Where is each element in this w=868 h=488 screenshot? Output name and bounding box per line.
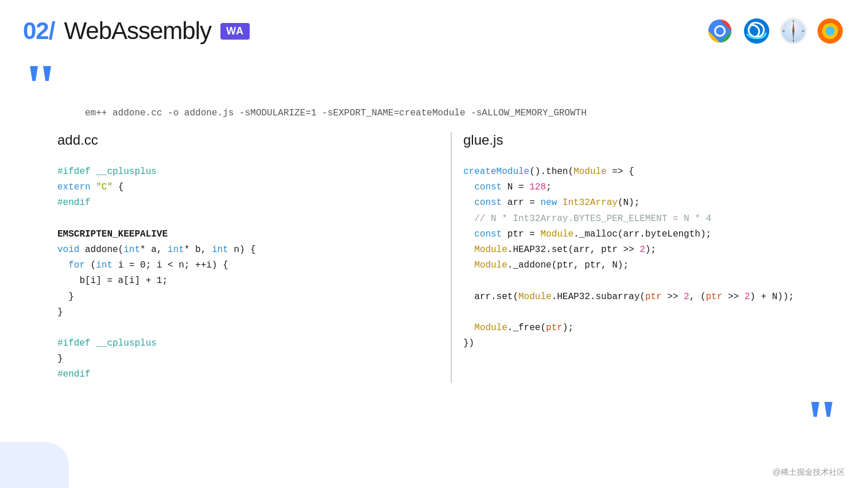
code-line: EMSCRIPTEN_KEEPALIVE [57,227,439,242]
left-code-block: #ifdef __cplusplus extern "C" { #endif E… [57,164,439,383]
code-line [57,320,439,336]
code-line: #ifdef __cplusplus [57,336,439,351]
svg-point-13 [792,30,795,32]
code-line: #endif [57,367,439,382]
code-line: } [57,289,439,305]
slide-title: WebAssembly [64,17,211,45]
command-line: em++ addone.cc -o addone.js -sMODULARIZE… [85,108,587,118]
code-line: for (int i = 0; i < n; ++i) { [57,258,439,273]
code-line: Module._free(ptr); [463,320,845,336]
header-left: 02/ WebAssembly WA [23,17,250,45]
code-line: b[i] = a[i] + 1; [57,273,439,289]
code-line: arr.set(Module.HEAP32.subarray(ptr >> 2,… [463,289,845,305]
code-line: const N = 128; [463,180,845,195]
code-line: Module.HEAP32.set(arr, ptr >> 2); [463,242,845,258]
right-code-panel: glue.js createModule().then(Module => { … [463,132,845,383]
code-line: // N * Int32Array.BYTES_PER_ELEMENT = N … [463,211,845,227]
quote-open-decoration: " [23,55,58,118]
code-line: } [57,351,439,367]
code-line: const arr = new Int32Array(N); [463,195,845,211]
safari-icon [778,16,808,46]
right-code-block: createModule().then(Module => { const N … [463,164,845,351]
slide-number: 02/ [23,17,55,45]
code-line: Module._addone(ptr, ptr, N); [463,258,845,273]
chrome-icon [705,16,735,46]
code-line [463,305,845,320]
code-line [57,211,439,227]
code-line: extern "C" { [57,180,439,195]
code-line [463,273,845,289]
code-line: #endif [57,195,439,211]
bg-decoration-shape [0,442,69,488]
header: 02/ WebAssembly WA [0,0,868,46]
code-line: createModule().then(Module => { [463,164,845,180]
code-line: const ptr = Module._malloc(arr.byteLengt… [463,227,845,242]
quote-close-decoration: " [804,390,839,454]
code-section: add.cc #ifdef __cplusplus extern "C" { #… [57,132,845,383]
panel-divider [451,132,452,383]
firefox-icon [815,16,845,46]
svg-point-3 [716,27,724,35]
wa-badge: WA [220,23,250,40]
left-code-panel: add.cc #ifdef __cplusplus extern "C" { #… [57,132,439,383]
browser-icons [705,16,845,46]
code-line: } [57,305,439,320]
svg-point-16 [826,26,835,36]
footer-watermark: @稀土掘金技术社区 [773,467,845,478]
code-line: }) [463,336,845,351]
code-line: #ifdef __cplusplus [57,164,439,180]
right-filename: glue.js [463,132,845,148]
left-filename: add.cc [57,132,439,148]
code-line: void addone(int* a, int* b, int n) { [57,242,439,258]
edge-icon [742,16,772,46]
